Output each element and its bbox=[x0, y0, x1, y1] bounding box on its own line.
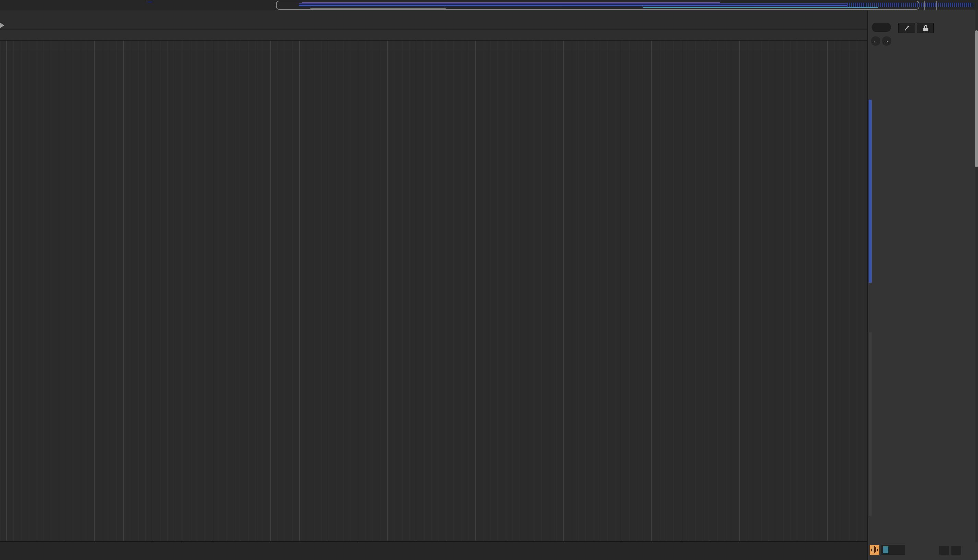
lock-icon bbox=[922, 24, 929, 32]
track-panel: ← → bbox=[868, 10, 978, 560]
scrollbar-thumb[interactable] bbox=[975, 30, 978, 167]
group-spine-synths bbox=[869, 100, 872, 283]
draw-mode-button[interactable] bbox=[898, 23, 915, 33]
lock-button[interactable] bbox=[917, 23, 934, 33]
vertical-scrollbar[interactable] bbox=[975, 10, 978, 560]
zoom-width-button[interactable] bbox=[951, 546, 961, 555]
loop-brace[interactable] bbox=[0, 23, 2, 28]
arrow-right-icon[interactable]: → bbox=[882, 36, 891, 46]
marker-row[interactable] bbox=[0, 30, 871, 41]
overview-divider bbox=[924, 1, 925, 10]
pencil-icon bbox=[903, 24, 911, 32]
speed-highlight bbox=[883, 546, 888, 553]
audition-waveform-button[interactable] bbox=[870, 545, 879, 555]
group-spine-basses bbox=[869, 332, 872, 516]
set-button[interactable] bbox=[872, 23, 891, 32]
arrangement-view: ← → bbox=[0, 0, 978, 560]
time-ruler[interactable] bbox=[0, 541, 871, 560]
arrangement-area[interactable] bbox=[0, 0, 871, 560]
overview-divider bbox=[936, 1, 937, 10]
playback-speed-field[interactable] bbox=[881, 545, 905, 555]
panel-controls: ← → bbox=[868, 10, 978, 50]
arrow-left-icon[interactable]: ← bbox=[871, 36, 880, 46]
bar-grid bbox=[0, 35, 871, 541]
panel-footer bbox=[868, 542, 978, 560]
zoom-height-button[interactable] bbox=[939, 546, 949, 555]
